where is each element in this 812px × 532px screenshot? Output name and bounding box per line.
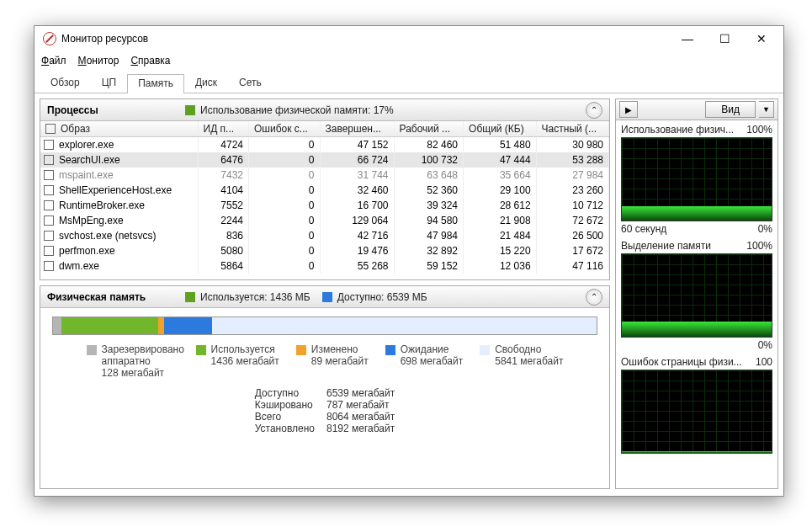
view-button[interactable]: Вид [705, 101, 756, 118]
process-row[interactable]: perfmon.exe5080019 47632 89215 22017 672 [40, 243, 609, 258]
chart-commit: Выделение памяти100% 0% [621, 240, 772, 351]
process-row[interactable]: MsMpEng.exe22440129 06494 58021 90872 67… [40, 213, 609, 228]
maximize-button[interactable] [706, 27, 743, 51]
row-checkbox[interactable] [44, 231, 54, 241]
process-row[interactable]: dwm.exe5864055 26859 15212 03647 116 [40, 258, 609, 274]
app-icon [43, 32, 56, 45]
tab-cpu[interactable]: ЦП [91, 73, 128, 93]
process-row[interactable]: RuntimeBroker.exe7552016 70039 32428 612… [40, 198, 609, 213]
menu-monitor[interactable]: Монитор [78, 55, 119, 66]
row-checkbox[interactable] [44, 261, 54, 271]
row-checkbox[interactable] [44, 170, 54, 180]
row-checkbox[interactable] [44, 246, 54, 256]
processes-title: Процессы [47, 104, 173, 116]
menubar: Файл Монитор Справка [34, 51, 783, 70]
tab-memory[interactable]: Память [127, 74, 184, 93]
physmem-panel: Физическая память Используется: 1436 МБ … [40, 285, 610, 489]
app-window: Монитор ресурсов Файл Монитор Справка Об… [34, 25, 784, 497]
avail-chip-icon [322, 292, 332, 302]
process-row[interactable]: svchost.exe (netsvcs)836042 71647 98421 … [40, 228, 609, 243]
tab-network[interactable]: Сеть [228, 73, 273, 93]
tabstrip: Обзор ЦП Память Диск Сеть [34, 73, 783, 93]
menu-file[interactable]: Файл [41, 55, 66, 66]
row-checkbox[interactable] [44, 215, 54, 226]
processes-usage-label: Использование физической памяти: 17% [200, 104, 394, 116]
view-dropdown-button[interactable]: ▼ [759, 101, 774, 118]
menu-help[interactable]: Справка [130, 55, 170, 66]
processes-panel: Процессы Использование физической памяти… [40, 98, 610, 280]
chart-phys-usage: Использование физич...100% 60 секунд0% [621, 124, 772, 235]
used-chip-icon [185, 292, 195, 302]
row-checkbox[interactable] [44, 185, 54, 195]
collapse-physmem-button[interactable]: ⌃ [586, 289, 602, 306]
process-row[interactable]: mspaint.exe7432031 74463 64835 66427 984 [40, 168, 609, 183]
process-row[interactable]: explorer.exe4724047 15282 46051 48030 98… [40, 137, 609, 153]
memory-stats: ДоступноКэшированоВсегоУстановлено 6539 … [52, 387, 597, 434]
chart-prev-button[interactable]: ▶ [619, 101, 638, 118]
close-button[interactable] [743, 27, 780, 51]
tab-disk[interactable]: Диск [184, 73, 228, 93]
row-checkbox[interactable] [44, 155, 54, 165]
usage-chip-icon [185, 105, 195, 115]
minimize-button[interactable] [669, 27, 706, 51]
process-row[interactable]: SearchUI.exe6476066 724100 73247 44453 2… [40, 152, 609, 168]
row-checkbox[interactable] [44, 140, 54, 150]
tab-overview[interactable]: Обзор [40, 73, 91, 93]
collapse-processes-button[interactable]: ⌃ [586, 102, 602, 119]
memory-legend: Зарезервировано аппаратно128 мегабайт Ис… [52, 343, 597, 379]
chart-pagefaults: Ошибок страницы физи...100 [621, 356, 772, 454]
physmem-title: Физическая память [47, 291, 173, 303]
select-all-checkbox[interactable] [45, 124, 56, 134]
processes-table[interactable]: Образ ИД п... Ошибок с... Завершен... Ра… [40, 121, 609, 274]
process-row[interactable]: ShellExperienceHost.exe4104032 46052 360… [40, 183, 609, 198]
row-checkbox[interactable] [44, 200, 54, 210]
titlebar[interactable]: Монитор ресурсов [34, 26, 783, 51]
memory-bar [52, 317, 597, 335]
charts-toolbar: ▶ Вид ▼ [615, 98, 778, 120]
window-title: Монитор ресурсов [61, 33, 669, 45]
